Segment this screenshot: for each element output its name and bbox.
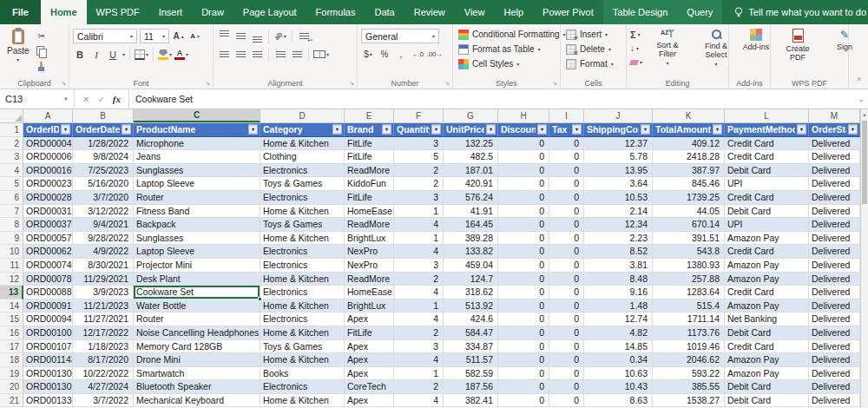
fill-handle[interactable]	[258, 297, 262, 301]
increase-font-size-button[interactable]: A▲	[172, 30, 186, 43]
cell-I12[interactable]: 0	[549, 273, 584, 286]
cell-D2[interactable]: Home & Kitchen	[260, 137, 345, 151]
cell-C8[interactable]: Backpack	[134, 218, 260, 232]
filter-dropdown-icon[interactable]: ▾	[486, 125, 496, 135]
cell-B21[interactable]: 3/7/2022	[73, 394, 134, 408]
cell-C9[interactable]: Sunglasses	[134, 232, 260, 246]
cell-A6[interactable]: ORD0002869	[23, 191, 73, 205]
cell-L11[interactable]: Amazon Pay	[725, 259, 809, 273]
header-cell-UnitPrice[interactable]: UnitPrice▾	[444, 123, 498, 137]
merge-center-button[interactable]: ▾	[313, 48, 329, 62]
cell-F17[interactable]: 3	[394, 340, 444, 354]
cell-D3[interactable]: Clothing	[260, 150, 345, 164]
cell-F13[interactable]: 4	[394, 286, 444, 299]
column-header-H[interactable]: H	[498, 109, 549, 122]
cell-B6[interactable]: 3/7/2020	[73, 191, 134, 205]
cell-H4[interactable]: 0	[498, 164, 549, 178]
cell-I11[interactable]: 0	[549, 259, 584, 273]
cell-K20[interactable]: 385.55	[653, 380, 725, 394]
cell-C21[interactable]: Mechanical Keyboard	[134, 394, 260, 408]
row-header-18[interactable]: 18	[0, 353, 23, 367]
column-header-G[interactable]: G	[444, 109, 498, 122]
cell-F20[interactable]: 2	[394, 380, 444, 394]
cell-M5[interactable]: Delivered	[809, 177, 860, 191]
row-header-1[interactable]: 1	[0, 123, 23, 137]
cell-C15[interactable]: Router	[134, 313, 260, 326]
cell-I21[interactable]: 0	[549, 394, 584, 408]
cell-L13[interactable]: Credit Card	[725, 286, 809, 299]
cell-M3[interactable]: Delivered	[809, 150, 860, 164]
ribbon-tab-insert[interactable]: Insert	[149, 0, 193, 24]
cell-I7[interactable]: 0	[549, 205, 584, 219]
ribbon-tab-view[interactable]: View	[455, 0, 495, 24]
comma-style-button[interactable]: ,	[394, 48, 408, 62]
cell-B5[interactable]: 5/16/2020	[73, 177, 134, 191]
cell-A19[interactable]: ORD0013008	[23, 367, 73, 381]
cell-J11[interactable]: 3.81	[584, 259, 653, 273]
header-cell-OrderStatus[interactable]: OrderStatus▾	[809, 123, 860, 137]
cell-K12[interactable]: 257.88	[653, 273, 725, 286]
cell-G16[interactable]: 584.47	[444, 326, 498, 340]
cell-H12[interactable]: 0	[498, 273, 549, 286]
cell-M21[interactable]: Delivered	[809, 394, 860, 408]
cell-M4[interactable]: Delivered	[809, 164, 860, 178]
cell-H17[interactable]: 0	[498, 340, 549, 354]
header-cell-ShippingCost[interactable]: ShippingCost▾	[584, 123, 653, 137]
column-header-K[interactable]: K	[653, 109, 725, 122]
cell-D4[interactable]: Electronics	[260, 164, 345, 178]
cell-H16[interactable]: 0	[498, 326, 549, 340]
cell-K2[interactable]: 409.12	[653, 137, 725, 151]
ribbon-tab-formulas[interactable]: Formulas	[306, 0, 365, 24]
styles-dialog-launcher-icon[interactable]: ↘	[552, 80, 557, 87]
ribbon-tab-review[interactable]: Review	[404, 0, 455, 24]
header-cell-Brand[interactable]: Brand▾	[345, 123, 394, 137]
cell-E13[interactable]: HomeEase	[345, 286, 394, 299]
cancel-icon[interactable]: ✕	[82, 95, 89, 104]
select-all-corner[interactable]	[0, 109, 23, 122]
row-header-7[interactable]: 7	[0, 205, 23, 219]
cell-D11[interactable]: Electronics	[260, 259, 345, 273]
delete-cells-button[interactable]: ×Delete▾	[564, 42, 622, 56]
cell-G4[interactable]: 187.01	[444, 164, 498, 178]
cell-C7[interactable]: Fitness Band	[134, 205, 260, 219]
header-cell-OrderID[interactable]: OrderID▾	[23, 123, 73, 137]
font-dialog-launcher-icon[interactable]: ↘	[205, 80, 210, 87]
cell-F2[interactable]: 3	[394, 137, 444, 151]
header-cell-Tax[interactable]: Tax▾	[549, 123, 584, 137]
increase-decimal-button[interactable]: ←.0	[411, 48, 424, 62]
ribbon-tab-home[interactable]: Home	[41, 0, 87, 24]
cell-E5[interactable]: KiddoFun	[345, 177, 394, 191]
row-header-13[interactable]: 13	[0, 286, 23, 299]
cell-E12[interactable]: ReadMore	[345, 273, 394, 286]
cell-styles-button[interactable]: Cell Styles▾	[457, 56, 556, 71]
row-header-15[interactable]: 15	[0, 313, 23, 326]
cell-I18[interactable]: 0	[549, 353, 584, 367]
cell-F7[interactable]: 1	[394, 205, 444, 219]
cell-D20[interactable]: Electronics	[260, 380, 345, 394]
cell-E21[interactable]: Apex	[345, 394, 394, 408]
cell-G17[interactable]: 334.87	[444, 340, 498, 354]
font-size-select[interactable]: 11▾	[140, 29, 169, 43]
cell-L14[interactable]: Amazon Pay	[725, 299, 809, 313]
cell-C12[interactable]: Desk Plant	[134, 273, 260, 286]
row-header-17[interactable]: 17	[0, 340, 23, 354]
cell-M14[interactable]: Delivered	[809, 299, 860, 313]
cell-H5[interactable]: 0	[498, 177, 549, 191]
cell-J12[interactable]: 8.48	[584, 273, 653, 286]
orientation-button[interactable]: ab▾	[273, 30, 287, 43]
cell-M7[interactable]: Delivered	[809, 205, 860, 219]
cell-G6[interactable]: 576.24	[444, 191, 498, 205]
format-as-table-button[interactable]: Format as Table▾	[457, 42, 556, 56]
cell-J6[interactable]: 10.53	[584, 191, 653, 205]
cell-B9[interactable]: 9/28/2022	[73, 232, 134, 246]
clipboard-dialog-launcher-icon[interactable]: ↘	[61, 80, 66, 87]
cell-H8[interactable]: 0	[498, 218, 549, 232]
create-pdf-button[interactable]: Create PDF	[774, 27, 821, 64]
cell-I13[interactable]: 0	[549, 286, 584, 299]
cell-J14[interactable]: 1.48	[584, 299, 653, 313]
cell-C17[interactable]: Memory Card 128GB	[134, 340, 260, 354]
cell-L8[interactable]: UPI	[725, 218, 809, 232]
cell-H6[interactable]: 0	[498, 191, 549, 205]
cell-G5[interactable]: 420.91	[444, 177, 498, 191]
cell-G19[interactable]: 582.59	[444, 367, 498, 381]
